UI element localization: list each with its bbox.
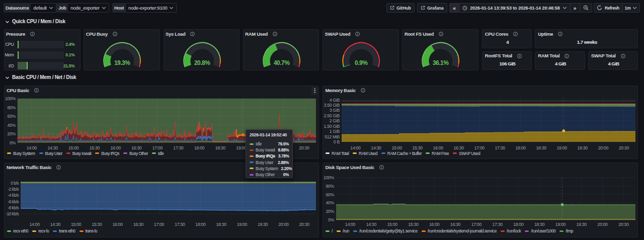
svg-text:19:00: 19:00 [555, 222, 566, 227]
svg-text:60%: 60% [326, 192, 334, 197]
svg-text:-2 kb/s: -2 kb/s [8, 187, 19, 192]
svg-text:14:00: 14:00 [29, 222, 40, 227]
svg-text:18:00: 18:00 [194, 145, 205, 150]
svg-text:36.1%: 36.1% [433, 59, 449, 66]
svg-text:1.50 GiB: 1.50 GiB [324, 124, 340, 129]
svg-text:2.50 GiB: 2.50 GiB [324, 113, 340, 118]
svg-text:19:30: 19:30 [578, 145, 588, 150]
svg-text:3.50 GiB: 3.50 GiB [324, 103, 340, 108]
svg-text:40%: 40% [326, 200, 334, 205]
svg-text:16:30: 16:30 [453, 145, 464, 150]
svg-text:-8 kb/s: -8 kb/s [8, 205, 19, 210]
svg-text:15:30: 15:30 [90, 145, 100, 150]
svg-text:15:00: 15:00 [391, 145, 402, 150]
svg-text:17:30: 17:30 [492, 222, 503, 227]
svg-text:14:00: 14:00 [350, 145, 361, 150]
svg-text:19:00: 19:00 [557, 145, 568, 150]
svg-text:0 B: 0 B [334, 139, 340, 144]
svg-text:0%: 0% [10, 140, 16, 145]
svg-text:19.3%: 19.3% [114, 59, 130, 66]
svg-text:16:00: 16:00 [429, 222, 440, 227]
svg-text:2 GiB: 2 GiB [330, 118, 340, 123]
svg-text:14:00: 14:00 [27, 145, 37, 150]
svg-text:100%: 100% [324, 175, 335, 180]
svg-text:40.7%: 40.7% [274, 59, 290, 66]
svg-text:60%: 60% [7, 114, 16, 119]
svg-text:17:30: 17:30 [495, 145, 506, 150]
svg-text:20:00: 20:00 [598, 145, 609, 150]
svg-text:17:30: 17:30 [173, 145, 184, 150]
svg-text:100%: 100% [5, 96, 16, 101]
svg-text:17:00: 17:00 [474, 145, 485, 150]
svg-text:15:00: 15:00 [68, 145, 79, 150]
svg-text:15:00: 15:00 [71, 222, 82, 227]
svg-text:17:00: 17:00 [471, 222, 482, 227]
svg-text:20:30: 20:30 [618, 222, 629, 227]
svg-text:17:00: 17:00 [152, 145, 163, 150]
svg-text:0 b/s: 0 b/s [11, 181, 19, 186]
svg-text:16:30: 16:30 [450, 222, 461, 227]
svg-text:20%: 20% [7, 131, 16, 136]
svg-text:20:00: 20:00 [597, 222, 608, 227]
svg-text:19:00: 19:00 [236, 145, 247, 150]
svg-text:4 GiB: 4 GiB [330, 98, 340, 103]
svg-text:15:30: 15:30 [408, 222, 419, 227]
svg-text:3 GiB: 3 GiB [330, 108, 340, 113]
svg-text:19:30: 19:30 [258, 222, 268, 227]
svg-text:20%: 20% [326, 209, 334, 214]
svg-text:40%: 40% [7, 123, 16, 128]
svg-text:16:00: 16:00 [112, 222, 123, 227]
svg-text:20.8%: 20.8% [194, 59, 210, 66]
svg-text:18:30: 18:30 [534, 222, 545, 227]
svg-text:-6 kb/s: -6 kb/s [8, 199, 19, 204]
svg-text:20:30: 20:30 [299, 222, 309, 227]
svg-text:18:00: 18:00 [513, 222, 524, 227]
svg-text:-4 kb/s: -4 kb/s [8, 193, 19, 198]
svg-text:18:30: 18:30 [536, 145, 547, 150]
svg-text:18:30: 18:30 [216, 222, 227, 227]
svg-text:16:00: 16:00 [433, 145, 443, 150]
svg-text:14:30: 14:30 [50, 222, 61, 227]
svg-text:14:00: 14:00 [345, 222, 356, 227]
svg-text:20:30: 20:30 [619, 145, 629, 150]
svg-text:18:00: 18:00 [516, 145, 526, 150]
svg-text:-10 kb/s: -10 kb/s [6, 211, 19, 216]
svg-text:512 MiB: 512 MiB [325, 134, 340, 139]
svg-text:16:30: 16:30 [133, 222, 144, 227]
svg-text:16:30: 16:30 [131, 145, 142, 150]
svg-text:16:00: 16:00 [110, 145, 121, 150]
svg-text:20:30: 20:30 [299, 145, 309, 150]
svg-text:17:30: 17:30 [175, 222, 185, 227]
svg-text:0%: 0% [328, 217, 335, 222]
svg-text:15:30: 15:30 [92, 222, 102, 227]
svg-text:18:00: 18:00 [195, 222, 206, 227]
svg-text:1 GiB: 1 GiB [330, 129, 340, 134]
svg-text:19:30: 19:30 [577, 222, 587, 227]
svg-text:20:00: 20:00 [278, 222, 289, 227]
svg-text:15:00: 15:00 [387, 222, 397, 227]
svg-text:14:30: 14:30 [371, 145, 381, 150]
svg-text:15:30: 15:30 [412, 145, 423, 150]
svg-text:19:00: 19:00 [237, 222, 248, 227]
svg-text:0.9%: 0.9% [355, 59, 368, 66]
svg-text:17:00: 17:00 [154, 222, 165, 227]
svg-text:14:30: 14:30 [47, 145, 58, 150]
svg-text:18:30: 18:30 [215, 145, 226, 150]
svg-text:80%: 80% [7, 105, 16, 110]
svg-text:80%: 80% [326, 184, 334, 189]
svg-text:14:30: 14:30 [366, 222, 377, 227]
